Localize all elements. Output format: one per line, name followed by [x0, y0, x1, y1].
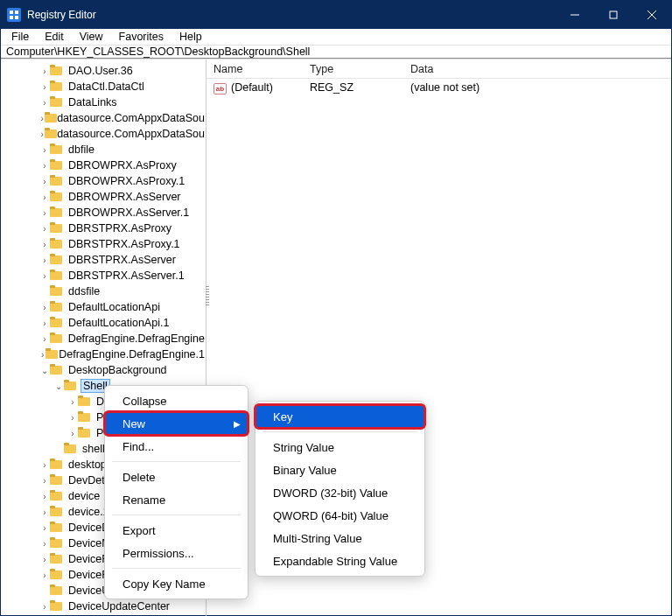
tree-item-label: DesktopBackground — [67, 364, 168, 376]
chevron-right-icon[interactable]: › — [39, 161, 50, 171]
chevron-right-icon[interactable]: › — [39, 570, 50, 580]
tree-item-label: DBRSTPRX.AsProxy — [67, 222, 172, 234]
col-type[interactable]: Type — [303, 63, 403, 75]
tree-item-label: DBROWPRX.AsServer — [67, 191, 182, 203]
tree-item[interactable]: ›DAO.User.36 — [1, 63, 206, 79]
chevron-right-icon[interactable]: › — [39, 460, 50, 470]
chevron-right-icon[interactable]: › — [39, 208, 50, 218]
list-header[interactable]: Name Type Data — [206, 60, 671, 79]
context-menu-item[interactable]: New▶ — [105, 412, 248, 435]
chevron-right-icon[interactable]: › — [39, 224, 50, 234]
context-menu-item[interactable]: DWORD (32-bit) Value — [256, 481, 424, 504]
chevron-right-icon[interactable]: › — [39, 82, 50, 92]
chevron-right-icon[interactable]: › — [39, 523, 50, 533]
chevron-right-icon[interactable]: › — [39, 318, 50, 328]
folder-icon — [50, 458, 64, 471]
tree-item-label: desktop — [67, 458, 108, 471]
chevron-right-icon[interactable]: › — [39, 256, 50, 265]
tree-item[interactable]: ›DBROWPRX.AsServer — [1, 189, 206, 205]
context-menu-item[interactable]: Copy Key Name — [105, 572, 248, 595]
tree-item[interactable]: ›DataLinks — [1, 94, 206, 110]
chevron-right-icon[interactable]: › — [39, 66, 50, 76]
chevron-right-icon[interactable]: › — [39, 508, 50, 517]
chevron-down-icon[interactable]: ⌄ — [39, 366, 50, 375]
menu-help[interactable]: Help — [172, 29, 209, 45]
context-menu-item[interactable]: Expandable String Value — [256, 550, 424, 572]
tree-item[interactable]: ddsfile — [1, 284, 206, 299]
context-menu-item[interactable]: Find... — [105, 435, 248, 458]
chevron-right-icon[interactable]: › — [67, 413, 78, 423]
tree-item[interactable]: ›DBRSTPRX.AsServer — [1, 252, 206, 268]
context-menu-item[interactable]: Delete — [105, 466, 248, 488]
tree-item-label: DBRSTPRX.AsProxy.1 — [67, 238, 181, 250]
tree-item[interactable]: ›DefaultLocationApi — [1, 299, 206, 315]
tree-item[interactable]: ›DefaultLocationApi.1 — [1, 315, 206, 331]
context-menu-item[interactable]: Permissions... — [105, 542, 248, 564]
context-menu-item[interactable]: Key — [256, 405, 424, 428]
tree-item[interactable]: ›DBROWPRX.AsProxy.1 — [1, 173, 206, 189]
context-menu-item[interactable]: Collapse — [105, 389, 248, 412]
col-data[interactable]: Data — [403, 63, 671, 75]
chevron-right-icon[interactable]: › — [39, 555, 50, 564]
folder-icon — [50, 364, 64, 376]
minimize-button[interactable] — [556, 1, 594, 29]
chevron-right-icon[interactable]: › — [39, 539, 50, 549]
chevron-right-icon[interactable]: › — [39, 192, 50, 202]
chevron-right-icon[interactable]: › — [39, 334, 50, 344]
chevron-right-icon[interactable]: › — [39, 350, 46, 360]
tree-item[interactable]: ›DBRSTPRX.AsProxy — [1, 220, 206, 236]
chevron-right-icon[interactable]: › — [39, 98, 50, 108]
tree-item-label: DefragEngine.DefragEngine.1 — [58, 348, 206, 360]
context-menu-item[interactable]: Multi-String Value — [256, 527, 424, 550]
chevron-right-icon[interactable]: › — [39, 177, 50, 186]
chevron-right-icon[interactable]: › — [67, 397, 78, 407]
chevron-right-icon[interactable]: › — [39, 145, 50, 155]
tree-item[interactable]: ›DataCtl.DataCtl — [1, 79, 206, 94]
tree-item[interactable]: ›datasource.ComAppxDataSou — [1, 110, 206, 126]
chevron-right-icon[interactable]: › — [39, 303, 50, 312]
context-menu-item[interactable]: Binary Value — [256, 458, 424, 481]
tree-item[interactable]: ›DBRSTPRX.AsProxy.1 — [1, 236, 206, 252]
context-menu-item[interactable]: QWORD (64-bit) Value — [256, 504, 424, 527]
folder-icon — [50, 238, 64, 250]
chevron-right-icon[interactable]: › — [39, 492, 50, 501]
folder-icon — [45, 128, 52, 140]
menu-edit[interactable]: Edit — [38, 29, 71, 45]
tree-item[interactable]: ›dbfile — [1, 142, 206, 158]
chevron-right-icon[interactable]: › — [39, 476, 50, 486]
tree-item[interactable]: ›datasource.ComAppxDataSou — [1, 126, 206, 142]
chevron-right-icon[interactable]: › — [39, 240, 50, 249]
tree-item[interactable]: ›DBROWPRX.AsProxy — [1, 158, 206, 173]
tree-item[interactable]: ›DefragEngine.DefragEngine — [1, 331, 206, 346]
tree-item-label: DefragEngine.DefragEngine — [67, 332, 206, 345]
menubar: File Edit View Favorites Help — [1, 29, 671, 46]
tree-item[interactable]: ⌄DesktopBackground — [1, 362, 206, 378]
tree-item-label: DBROWPRX.AsServer.1 — [67, 206, 190, 219]
menu-favorites[interactable]: Favorites — [112, 29, 171, 45]
folder-icon — [50, 175, 64, 187]
col-name[interactable]: Name — [206, 63, 303, 75]
close-button[interactable] — [633, 1, 671, 29]
context-menu-item[interactable]: Rename — [105, 488, 248, 511]
tree-item[interactable]: ›DBROWPRX.AsServer.1 — [1, 205, 206, 220]
titlebar[interactable]: Registry Editor — [1, 1, 671, 29]
splitter[interactable] — [206, 286, 209, 307]
address-bar[interactable]: Computer\HKEY_CLASSES_ROOT\DesktopBackgr… — [1, 46, 671, 59]
menu-view[interactable]: View — [73, 29, 110, 45]
tree-item[interactable]: ›DeviceUpdateCenter — [1, 598, 206, 614]
chevron-right-icon[interactable]: › — [39, 271, 50, 281]
tree-item[interactable]: ›DBRSTPRX.AsServer.1 — [1, 268, 206, 284]
chevron-down-icon[interactable]: ⌄ — [53, 382, 64, 391]
context-menu-item[interactable]: Export — [105, 519, 248, 542]
tree-item[interactable]: ›DefragEngine.DefragEngine.1 — [1, 346, 206, 362]
tree-item-label: DeviceUpdateCenter — [67, 600, 171, 612]
context-menu-item[interactable]: String Value — [256, 436, 424, 458]
menu-file[interactable]: File — [4, 29, 36, 45]
list-row[interactable]: ab(Default) REG_SZ (value not set) — [206, 79, 671, 96]
maximize-button[interactable] — [594, 1, 633, 29]
chevron-right-icon[interactable]: › — [39, 602, 50, 612]
chevron-right-icon[interactable]: › — [67, 429, 78, 438]
chevron-right-icon: ▶ — [234, 419, 241, 429]
folder-icon — [50, 474, 64, 486]
folder-icon — [45, 112, 52, 124]
